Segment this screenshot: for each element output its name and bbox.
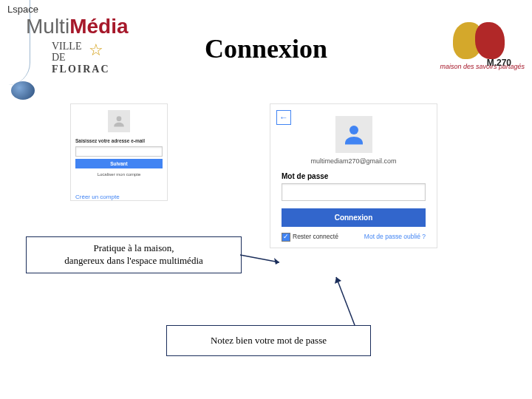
stay-row: ✓Rester connecté Mot de passe oublié ? — [270, 227, 437, 248]
multi-text: Multi — [26, 15, 69, 38]
connexion-button[interactable]: Connexion — [282, 208, 426, 227]
svg-line-2 — [240, 255, 279, 262]
callout2-text: Notez bien votre mot de passe — [211, 335, 327, 347]
arrow-2 — [332, 273, 369, 329]
m270-label: M.270 — [487, 58, 511, 68]
svg-line-4 — [336, 277, 355, 325]
maison-tagline: maison des savoirs partagés — [440, 63, 525, 70]
login-panel-password: ← multimediam270@gmail.com Mot de passe … — [270, 103, 437, 248]
ville-line3: FLOIRAC — [52, 64, 110, 75]
lspace-text: Lspace — [7, 4, 38, 15]
password-input[interactable] — [282, 183, 426, 201]
avatar-large-icon — [335, 116, 372, 153]
callout1-line1: Pratique à la maison, — [64, 242, 203, 255]
callout-stay-connected: Pratique à la maison, dangereux dans l'e… — [26, 236, 242, 273]
email-display: multimediam270@gmail.com — [270, 157, 437, 165]
media-text: Média — [69, 15, 128, 38]
mouse-icon — [11, 81, 35, 100]
password-label: Mot de passe — [270, 172, 437, 180]
svg-point-1 — [349, 126, 358, 134]
email-label: Saisissez votre adresse e-mail — [71, 137, 167, 145]
stay-connected[interactable]: ✓Rester connecté — [282, 233, 338, 242]
login-panel-email: Saisissez votre adresse e-mail Suivant L… — [70, 103, 168, 201]
locate-link[interactable]: Localiser mon compte — [71, 171, 167, 180]
svg-marker-3 — [274, 258, 279, 265]
arrow-1 — [240, 248, 284, 266]
svg-point-0 — [117, 116, 122, 121]
callout1-line2: dangereux dans l'espace multimédia — [64, 255, 203, 267]
back-arrow-icon[interactable]: ← — [276, 110, 291, 125]
ville-text: VILLE DE FLOIRAC — [52, 41, 110, 75]
stay-label: Rester connecté — [293, 233, 338, 240]
ville-line1: VILLE — [52, 41, 110, 52]
logo-right: M.270 maison des savoirs partagés — [440, 22, 525, 70]
next-button[interactable]: Suivant — [75, 159, 163, 168]
forgot-password-link[interactable]: Mot de passe oublié ? — [364, 233, 426, 242]
header-area: Lspace MultiMédia ☆ VILLE DE FLOIRAC Con… — [0, 0, 532, 81]
email-input[interactable] — [75, 146, 163, 157]
avatar-icon — [108, 110, 130, 132]
page-title: Connexion — [205, 33, 327, 64]
checkbox-icon[interactable]: ✓ — [282, 233, 290, 242]
m270-logo — [453, 22, 512, 59]
blob-red — [475, 22, 505, 59]
callout-password: Notez bien votre mot de passe — [166, 325, 371, 356]
create-account-link[interactable]: Créer un compte — [71, 180, 167, 200]
multimedia-logo: MultiMédia — [26, 15, 128, 38]
ville-line2: DE — [52, 52, 110, 63]
